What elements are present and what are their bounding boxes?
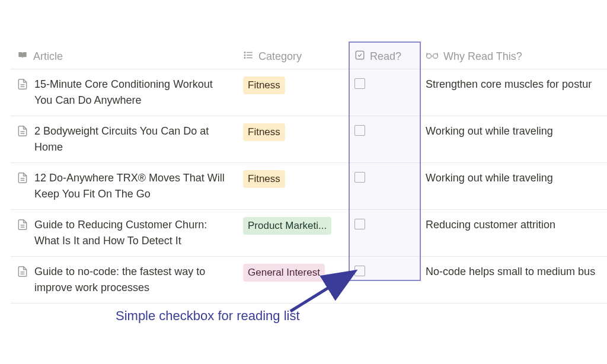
page-icon [17,218,28,236]
category-tag: Fitness [243,76,285,94]
annotation-text: Simple checkbox for reading list [116,308,300,324]
read-cell [349,69,420,116]
why-cell[interactable]: Reducing customer attrition [420,210,607,256]
article-title: Guide to no-code: the fastest way to imp… [34,264,231,296]
reading-list-table: Article Category Read? Why Read This? [0,0,607,304]
svg-point-5 [244,58,245,59]
article-cell[interactable]: 2 Bodyweight Circuits You Can Do at Home [11,116,237,162]
column-label: Category [258,50,302,63]
table-header: Article Category Read? Why Read This? [11,44,607,69]
category-cell[interactable]: Product Marketi... [237,210,349,256]
table-row[interactable]: 2 Bodyweight Circuits You Can Do at Home… [11,116,607,163]
read-cell [349,163,420,209]
column-header-read[interactable]: Read? [349,44,420,69]
read-checkbox[interactable] [354,219,365,229]
book-icon [17,49,28,64]
article-title: Guide to Reducing Customer Churn: What I… [34,217,231,249]
article-title: 2 Bodyweight Circuits You Can Do at Home [34,123,231,155]
read-cell [349,210,420,256]
why-cell[interactable]: Working out while traveling [420,163,607,209]
svg-point-3 [244,52,245,53]
article-cell[interactable]: 12 Do-Anywhere TRX® Moves That Will Keep… [11,163,237,209]
column-label: Why Read This? [443,50,522,63]
checkbox-icon [354,50,365,63]
category-tag: Fitness [243,123,285,141]
category-cell[interactable]: Fitness [237,116,349,162]
table-row[interactable]: 12 Do-Anywhere TRX® Moves That Will Keep… [11,163,607,210]
read-checkbox[interactable] [354,266,365,276]
svg-point-7 [427,54,432,59]
article-title: 12 Do-Anywhere TRX® Moves That Will Keep… [34,170,231,202]
category-tag: Product Marketi... [243,217,331,235]
list-icon [243,50,254,63]
page-icon [17,78,28,95]
svg-rect-6 [356,51,364,59]
why-cell[interactable]: No-code helps small to medium bus [420,257,607,303]
why-text: No-code helps small to medium bus [426,264,595,280]
category-tag: Fitness [243,170,285,188]
table-row[interactable]: Guide to no-code: the fastest way to imp… [11,257,607,304]
why-cell[interactable]: Working out while traveling [420,116,607,162]
read-cell [349,257,420,303]
read-checkbox[interactable] [354,172,365,183]
why-cell[interactable]: Strengthen core muscles for postur [420,69,607,116]
column-header-category[interactable]: Category [237,44,349,69]
glasses-icon [426,50,439,63]
article-cell[interactable]: 15-Minute Core Conditioning Workout You … [11,69,237,116]
article-title: 15-Minute Core Conditioning Workout You … [34,76,231,108]
page-icon [17,171,28,189]
svg-point-8 [433,54,438,59]
table-row[interactable]: Guide to Reducing Customer Churn: What I… [11,210,607,257]
article-cell[interactable]: Guide to no-code: the fastest way to imp… [11,257,237,303]
category-cell[interactable]: General Interest [237,257,349,303]
why-text: Strengthen core muscles for postur [426,76,592,92]
svg-point-4 [244,55,245,56]
column-label: Article [33,50,63,63]
column-label: Read? [370,50,401,63]
column-header-article[interactable]: Article [11,44,237,69]
page-icon [17,124,28,142]
table-row[interactable]: 15-Minute Core Conditioning Workout You … [11,69,607,116]
column-header-why[interactable]: Why Read This? [420,44,607,69]
why-text: Working out while traveling [426,123,553,139]
page-icon [17,265,28,283]
category-cell[interactable]: Fitness [237,163,349,209]
category-cell[interactable]: Fitness [237,69,349,116]
article-cell[interactable]: Guide to Reducing Customer Churn: What I… [11,210,237,256]
category-tag: General Interest [243,264,325,282]
why-text: Reducing customer attrition [426,217,555,233]
read-checkbox[interactable] [354,125,365,136]
read-cell [349,116,420,162]
read-checkbox[interactable] [354,78,365,89]
why-text: Working out while traveling [426,170,553,186]
